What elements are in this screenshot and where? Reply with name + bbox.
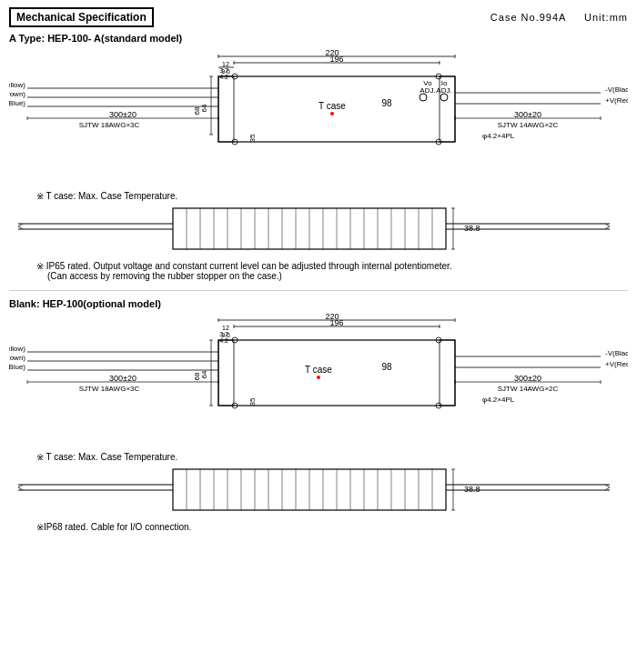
svg-text:3.7: 3.7 bbox=[219, 67, 228, 74]
svg-rect-98 bbox=[218, 340, 455, 406]
svg-text:-V(Black): -V(Black) bbox=[605, 349, 628, 357]
section-a-note1: ※ T case: Max. Case Temperature. bbox=[36, 191, 628, 201]
section-divider bbox=[9, 290, 628, 291]
svg-text:T case: T case bbox=[318, 101, 346, 111]
svg-text:AC/L (Brown): AC/L (Brown) bbox=[9, 90, 25, 98]
svg-text:64: 64 bbox=[200, 370, 208, 378]
svg-text:SJTW 14AWG×2C: SJTW 14AWG×2C bbox=[498, 385, 559, 393]
svg-text:300±20: 300±20 bbox=[514, 110, 541, 119]
svg-rect-99 bbox=[218, 340, 234, 406]
svg-text:AC/N(Blue): AC/N(Blue) bbox=[9, 363, 25, 371]
svg-text:FG⊕(Green/Yellow): FG⊕(Green/Yellow) bbox=[9, 81, 25, 89]
diagram-b-schematic: 220 196 12 9.6 64 68 bbox=[9, 313, 628, 449]
header: Mechanical Specification Case No.994A Un… bbox=[9, 7, 628, 27]
page: Mechanical Specification Case No.994A Un… bbox=[0, 0, 637, 672]
svg-text:98: 98 bbox=[381, 362, 392, 372]
svg-text:38.8: 38.8 bbox=[464, 485, 480, 494]
svg-text:35: 35 bbox=[248, 397, 257, 406]
svg-text:FG⊕(Green/Yellow): FG⊕(Green/Yellow) bbox=[9, 345, 25, 353]
svg-text:AC/L (Brown): AC/L (Brown) bbox=[9, 354, 25, 362]
svg-text:38.8: 38.8 bbox=[464, 224, 480, 233]
svg-point-20 bbox=[330, 112, 334, 115]
svg-text:196: 196 bbox=[329, 318, 343, 327]
section-a-title: A Type: HEP-100- A(standard model) bbox=[9, 33, 628, 44]
svg-text:-V(Black): -V(Black) bbox=[605, 85, 628, 94]
svg-text:AC/N(Blue): AC/N(Blue) bbox=[9, 99, 25, 107]
svg-text:12: 12 bbox=[222, 61, 229, 67]
svg-text:T case: T case bbox=[305, 365, 332, 375]
svg-text:196: 196 bbox=[329, 55, 343, 64]
svg-text:12: 12 bbox=[222, 325, 229, 331]
diagram-a-schematic: 220 196 12 9.6 bbox=[9, 47, 628, 188]
section-a: A Type: HEP-100- A(standard model) 220 1… bbox=[9, 33, 628, 281]
svg-rect-100 bbox=[440, 340, 455, 406]
section-a-note2: ※ IP65 rated. Output voltage and constan… bbox=[36, 261, 628, 281]
case-no: Case No.994A bbox=[490, 12, 566, 23]
svg-text:SJTW 18AWG×3C: SJTW 18AWG×3C bbox=[79, 121, 140, 129]
section-b-note2: ※IP68 rated. Cable for I/O connection. bbox=[36, 522, 628, 532]
diagram-a-side: 38.8 bbox=[9, 204, 628, 258]
svg-text:300±20: 300±20 bbox=[514, 374, 541, 383]
unit: Unit:mm bbox=[584, 12, 628, 23]
svg-text:3.7: 3.7 bbox=[219, 331, 228, 337]
svg-text:35: 35 bbox=[248, 134, 257, 142]
section-b-title: Blank: HEP-100(optional model) bbox=[9, 298, 628, 309]
svg-point-107 bbox=[317, 376, 320, 379]
svg-text:SJTW 18AWG×3C: SJTW 18AWG×3C bbox=[79, 385, 140, 393]
svg-text:φ4.2×4PL: φ4.2×4PL bbox=[482, 396, 515, 404]
svg-text:+V(Red): +V(Red) bbox=[605, 96, 628, 105]
svg-text:68: 68 bbox=[193, 372, 201, 380]
svg-text:300±20: 300±20 bbox=[109, 374, 136, 383]
section-b-note1: ※ T case: Max. Case Temperature. bbox=[36, 452, 628, 462]
svg-text:4.2: 4.2 bbox=[219, 337, 228, 344]
diagram-b-side: 38.8 bbox=[9, 465, 628, 519]
svg-text:68: 68 bbox=[193, 106, 201, 115]
case-info: Case No.994A Unit:mm bbox=[490, 12, 628, 23]
page-title: Mechanical Specification bbox=[9, 7, 154, 27]
svg-text:+V(Red): +V(Red) bbox=[605, 360, 628, 368]
svg-text:SJTW 14AWG×2C: SJTW 14AWG×2C bbox=[498, 121, 559, 129]
svg-point-27 bbox=[440, 94, 448, 101]
svg-text:64: 64 bbox=[200, 104, 208, 112]
svg-point-24 bbox=[420, 94, 427, 101]
svg-text:98: 98 bbox=[381, 98, 392, 108]
svg-text:φ4.2×4PL: φ4.2×4PL bbox=[482, 132, 515, 140]
svg-rect-12 bbox=[218, 76, 234, 142]
svg-text:4.2: 4.2 bbox=[219, 74, 228, 80]
section-b: Blank: HEP-100(optional model) 220 196 1… bbox=[9, 298, 628, 532]
svg-text:300±20: 300±20 bbox=[109, 110, 136, 119]
